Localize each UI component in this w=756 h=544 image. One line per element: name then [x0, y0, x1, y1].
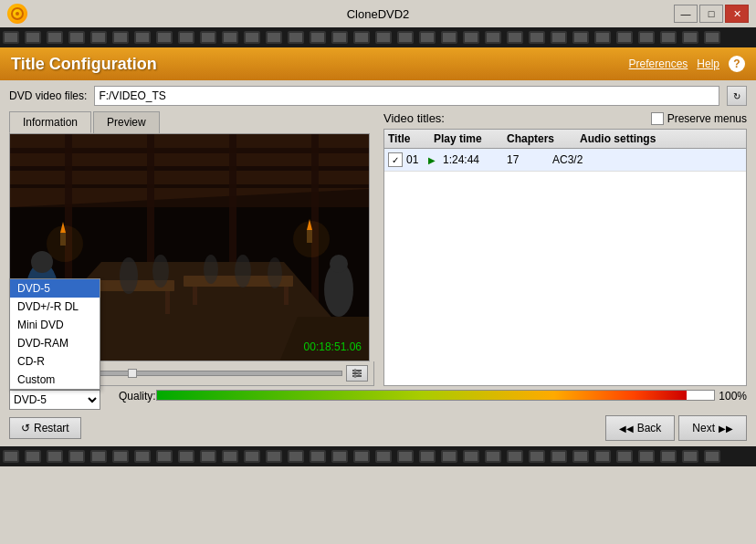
app-icon [7, 4, 27, 24]
film-hole [660, 31, 677, 44]
tab-preview[interactable]: Preview [93, 111, 160, 133]
film-hole [616, 31, 633, 44]
film-hole [551, 450, 567, 463]
film-hole [397, 450, 414, 463]
row-checkbox[interactable]: ✓ [388, 152, 403, 167]
dvd-browse-button[interactable]: ↻ [727, 86, 747, 106]
refresh-icon: ↻ [733, 91, 740, 101]
svg-point-29 [268, 257, 282, 288]
nav-buttons: ◀◀ Back Next ▶▶ [605, 415, 747, 441]
timecode-label: 00:18:51.06 [304, 340, 362, 353]
filmstrip-top [0, 27, 756, 47]
help-link[interactable]: Help [697, 58, 719, 70]
preserve-menus-row: Preserve menus [651, 112, 747, 125]
row-play-button[interactable]: ▶ [428, 155, 443, 165]
film-hole [288, 450, 304, 463]
film-hole [529, 450, 545, 463]
dvd-files-label: DVD video files: [9, 89, 87, 102]
svg-rect-20 [284, 287, 289, 305]
film-hole [112, 31, 129, 44]
film-hole [25, 31, 41, 44]
maximize-button[interactable]: □ [699, 5, 723, 23]
dvd-option-dvd5[interactable]: DVD-5 [10, 279, 100, 298]
svg-point-39 [354, 370, 357, 372]
film-hole [310, 31, 326, 44]
svg-point-26 [152, 255, 169, 288]
settings-button[interactable] [346, 365, 368, 382]
restart-icon: ↺ [21, 422, 30, 434]
film-hole [353, 450, 370, 463]
settings-icon [351, 367, 363, 380]
film-hole [156, 450, 173, 463]
video-titles-header: Video titles: Preserve menus [383, 111, 747, 125]
film-hole [485, 450, 501, 463]
row-playtime: 1:24:44 [443, 153, 507, 166]
quality-bar [157, 391, 687, 400]
film-hole [397, 31, 414, 44]
film-hole [47, 31, 63, 44]
film-hole [222, 450, 238, 463]
film-hole [178, 450, 194, 463]
film-hole [331, 450, 348, 463]
preserve-menus-label: Preserve menus [667, 112, 747, 125]
film-hole [331, 31, 348, 44]
quality-label: Quality: [119, 390, 156, 403]
film-hole [682, 450, 698, 463]
svg-point-25 [120, 257, 138, 294]
back-icon: ◀◀ [619, 424, 634, 434]
next-icon: ▶▶ [719, 424, 733, 434]
film-hole [419, 31, 436, 44]
film-hole [156, 31, 173, 44]
film-hole [463, 31, 479, 44]
film-hole [244, 31, 260, 44]
film-hole [682, 31, 698, 44]
title-bar: CloneDVD2 — □ ✕ [0, 0, 756, 27]
table-row: ✓ 01 ▶ 1:24:44 17 AC3/2 [384, 149, 746, 172]
film-hole [375, 31, 392, 44]
svg-point-40 [358, 372, 361, 375]
help-circle-button[interactable]: ? [729, 56, 745, 72]
filmstrip-holes-top [0, 31, 756, 44]
minimize-button[interactable]: — [674, 5, 698, 23]
film-hole [572, 31, 589, 44]
window-controls: — □ ✕ [674, 5, 749, 23]
back-button[interactable]: ◀◀ Back [605, 415, 676, 441]
dvd-option-dvd-rdl[interactable]: DVD+/-R DL [10, 298, 100, 316]
col-title: Title [388, 132, 434, 145]
dvd-files-input[interactable] [94, 86, 719, 106]
main-area: Information Preview [0, 111, 756, 386]
film-hole [3, 450, 19, 463]
dvd-type-select[interactable]: DVD-5 [9, 390, 100, 410]
film-hole [266, 31, 282, 44]
dvd-dropdown-wrapper: DVD-5 DVD+/-R DL Mini DVD DVD-RAM CD-R C… [9, 390, 100, 410]
dvd-option-mini[interactable]: Mini DVD [10, 316, 100, 334]
film-hole [529, 31, 545, 44]
film-hole [463, 450, 479, 463]
preferences-link[interactable]: Preferences [629, 58, 688, 70]
film-hole [704, 31, 720, 44]
row-number: 01 [406, 153, 428, 166]
table-header: Title Play time Chapters Audio settings [384, 130, 746, 149]
film-hole [441, 31, 457, 44]
row-chapters: 17 [507, 153, 552, 166]
seek-thumb[interactable] [128, 369, 137, 378]
dvd-option-custom[interactable]: Custom [10, 371, 100, 389]
film-hole [485, 31, 501, 44]
restart-button[interactable]: ↺ Restart [9, 417, 81, 439]
footer-buttons: ↺ Restart ◀◀ Back Next ▶▶ [0, 412, 756, 446]
next-button[interactable]: Next ▶▶ [678, 415, 747, 441]
dvd-type-dropdown-list[interactable]: DVD-5 DVD+/-R DL Mini DVD DVD-RAM CD-R C… [9, 278, 100, 390]
preserve-menus-checkbox[interactable] [651, 112, 664, 125]
restart-label: Restart [34, 422, 69, 434]
close-button[interactable]: ✕ [725, 5, 749, 23]
film-hole [616, 450, 633, 463]
film-hole [594, 450, 611, 463]
film-hole [244, 450, 260, 463]
tab-information[interactable]: Information [9, 111, 91, 133]
dvd-option-cdr[interactable]: CD-R [10, 352, 100, 371]
svg-point-22 [31, 251, 53, 273]
film-hole [90, 450, 107, 463]
dvd-files-row: DVD video files: ↻ [0, 80, 756, 111]
dvd-option-dvdram[interactable]: DVD-RAM [10, 334, 100, 352]
right-panel: Video titles: Preserve menus Title Play … [374, 111, 747, 386]
